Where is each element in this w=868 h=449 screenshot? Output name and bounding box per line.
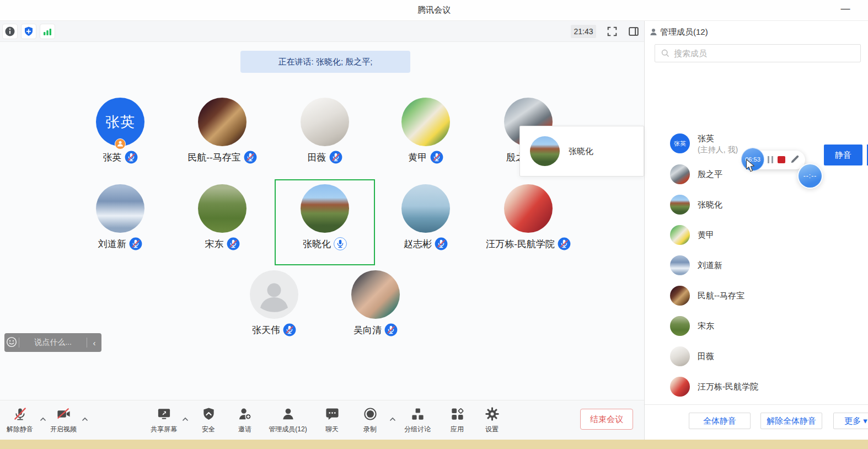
info-icon <box>4 26 15 37</box>
chat-quick-input[interactable]: 说点什么... ‹ <box>4 333 101 352</box>
member-search-input[interactable] <box>674 49 860 58</box>
participant-tile[interactable]: 黄甲 <box>376 98 476 164</box>
toolbar-record-button[interactable]: 录制 <box>348 407 392 434</box>
participant-name: 赵志彬 <box>404 238 432 250</box>
fullscreen-button[interactable] <box>606 25 619 38</box>
security-shield-button[interactable] <box>21 24 36 39</box>
more-label: 更多 <box>844 416 861 425</box>
toolbar-label: 解除静音 <box>7 425 33 434</box>
participant-tile[interactable]: 张天伟 <box>224 270 324 336</box>
end-meeting-button[interactable]: 结束会议 <box>580 409 633 430</box>
participant-tile[interactable]: 民航--马存宝 <box>172 98 272 164</box>
toolbar-label: 安全 <box>202 425 215 434</box>
toolbar-start-video-button[interactable]: 开启视频 <box>41 407 85 434</box>
member-row[interactable]: 田薇 <box>645 344 868 368</box>
participant-tile[interactable]: 赵志彬 <box>376 184 476 250</box>
status-strip: 21:43 <box>0 21 644 42</box>
tooltip-avatar <box>530 136 560 166</box>
video-grid-area: 正在讲话: 张晓化; 殷之平; 张英 张英 民航--马存宝 田薇 黄甲 殷之平 <box>0 42 644 400</box>
participant-tile[interactable]: 刘道新 <box>70 184 170 250</box>
participant-tile[interactable]: 吴向清 <box>325 270 426 336</box>
member-name: 汪万栋-民航学院 <box>698 382 758 392</box>
breakout-rooms-icon <box>410 407 425 421</box>
member-row[interactable]: 黄甲 <box>645 223 868 247</box>
toolbar-share-screen-button[interactable]: 共享屏幕 <box>142 407 186 434</box>
stop-recording-button[interactable] <box>778 156 785 163</box>
toolbar-unmute-button[interactable]: 解除静音 <box>0 407 42 434</box>
member-panel: 管理成员(12) 张英 张英 (主持人, 我) 殷之平 张晓化 黄甲 <box>644 21 868 440</box>
window-title: 腾讯会议 <box>0 5 868 15</box>
minimize-button[interactable]: — <box>836 1 855 18</box>
participant-tile[interactable]: 汪万栋-民航学院 <box>478 184 578 250</box>
participant-name: 民航--马存宝 <box>187 151 240 164</box>
member-row[interactable]: 汪万栋-民航学院 <box>645 375 868 399</box>
member-row[interactable]: 张晓化 <box>645 193 868 217</box>
participant-name: 宋东 <box>205 238 224 250</box>
emoji-icon[interactable] <box>4 336 19 349</box>
member-search-box[interactable] <box>655 44 861 62</box>
member-name: 黄甲 <box>698 230 714 240</box>
host-badge-icon <box>115 138 126 149</box>
mute-member-button[interactable]: 静音 <box>824 145 862 165</box>
member-avatar <box>670 164 690 184</box>
participant-tile[interactable]: 宋东 <box>172 184 272 250</box>
participant-tile[interactable]: 张英 张英 <box>70 98 170 164</box>
avatar <box>401 184 450 233</box>
record-icon <box>363 407 378 421</box>
signal-bars-icon <box>42 26 53 37</box>
participant-tile[interactable]: 田薇 <box>275 98 375 164</box>
member-panel-footer: 全体静音 解除全体静音 更多 ▾ <box>645 404 868 440</box>
mic-status-icon <box>558 237 571 250</box>
participant-name: 汪万栋-民航学院 <box>486 238 555 250</box>
toolbar-label: 设置 <box>485 425 499 434</box>
bottom-toolbar: 解除静音 开启视频 共享屏幕 安全 邀请 管理成员(12) 聊天 <box>0 400 644 440</box>
security-shield-icon <box>201 407 216 421</box>
mic-active-icon <box>334 237 347 250</box>
active-speaker-banner: 正在讲话: 张晓化; 殷之平; <box>240 51 410 73</box>
toolbar-chat-button[interactable]: 聊天 <box>310 407 354 434</box>
toolbar-settings-button[interactable]: 设置 <box>470 407 514 434</box>
participant-name: 张天伟 <box>252 324 280 336</box>
meeting-info-button[interactable] <box>2 24 18 39</box>
layout-toggle-button[interactable] <box>627 25 640 38</box>
member-row[interactable]: 宋东 <box>645 314 868 338</box>
chat-placeholder[interactable]: 说点什么... <box>19 338 87 348</box>
pause-recording-button[interactable] <box>768 156 773 163</box>
member-row[interactable]: 刘道新 <box>645 253 868 277</box>
member-row[interactable]: 民航--马存宝 <box>645 284 868 308</box>
unmute-all-button[interactable]: 解除全体静音 <box>760 413 822 429</box>
network-quality-button[interactable] <box>40 24 55 39</box>
mic-status-icon <box>129 237 142 250</box>
collapse-chevron-icon[interactable]: ‹ <box>87 338 101 348</box>
avatar <box>198 184 247 233</box>
video-options-chevron[interactable] <box>82 414 88 418</box>
avatar <box>198 98 247 146</box>
member-panel-header: 管理成员(12) <box>645 21 868 44</box>
member-name: 张英 <box>698 133 714 144</box>
mic-status-icon <box>430 151 443 164</box>
member-avatar <box>670 225 690 245</box>
member-avatar <box>670 346 690 366</box>
edit-pencil-button[interactable] <box>790 154 800 164</box>
participant-tile-speaking[interactable]: 张晓化 <box>275 184 375 250</box>
mic-status-icon <box>125 151 138 164</box>
mic-status-icon <box>227 237 240 250</box>
avatar: 张英 <box>96 98 144 146</box>
member-avatar <box>670 255 690 275</box>
member-avatar <box>670 286 690 306</box>
title-bar: 腾讯会议 — <box>0 0 868 21</box>
member-avatar: 张英 <box>670 133 690 153</box>
member-avatar <box>670 377 690 397</box>
avatar-initials: 张英 <box>670 133 690 153</box>
toolbar-manage-members-button[interactable]: 管理成员(12) <box>261 407 314 434</box>
avatar <box>351 270 400 319</box>
toolbar-label: 分组讨论 <box>404 425 431 434</box>
mute-all-button[interactable]: 全体静音 <box>689 413 751 429</box>
toolbar-label: 共享屏幕 <box>151 425 177 434</box>
members-icon <box>649 28 658 36</box>
toolbar-invite-button[interactable]: 邀请 <box>223 407 267 434</box>
floating-timer-bubble[interactable]: --:-- <box>797 163 823 189</box>
toolbar-breakout-button[interactable]: 分组讨论 <box>395 407 440 434</box>
mic-off-icon <box>13 407 28 421</box>
more-button[interactable]: 更多 ▾ <box>833 413 868 429</box>
